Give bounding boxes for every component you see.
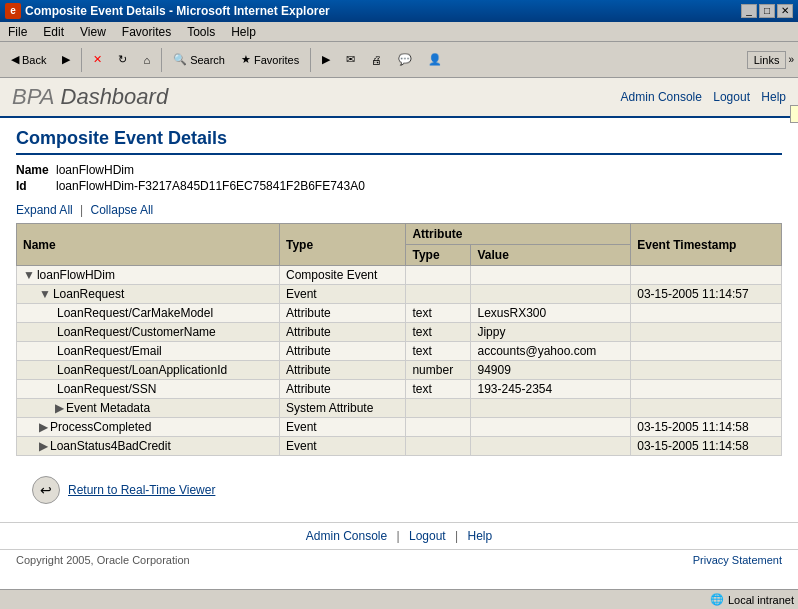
events-table: Name Type Attribute Event Timestamp Type…	[16, 223, 782, 456]
menu-view[interactable]: View	[76, 24, 110, 40]
admin-console-link[interactable]: Admin Console	[621, 90, 702, 104]
favorites-button[interactable]: ★ Favorites	[234, 46, 306, 74]
ie-icon: e	[5, 3, 21, 19]
refresh-button[interactable]: ↻	[111, 46, 134, 74]
cell-type: Attribute	[280, 380, 406, 399]
forward-icon: ▶	[62, 53, 70, 66]
return-link[interactable]: Return to Real-Time Viewer	[68, 483, 215, 497]
back-icon: ◀	[11, 53, 19, 66]
cell-type: Attribute	[280, 342, 406, 361]
cell-attr-value: LexusRX300	[471, 304, 631, 323]
media-button[interactable]: ▶	[315, 46, 337, 74]
table-row: ▶LoanStatus4BadCredit Event 03-15-2005 1…	[17, 437, 782, 456]
cell-timestamp	[631, 399, 782, 418]
expand-all-link[interactable]: Expand All	[16, 203, 73, 217]
footer-sep-2: |	[455, 529, 458, 543]
cell-attr-type	[406, 285, 471, 304]
stop-icon: ✕	[93, 53, 102, 66]
copyright-text: Copyright 2005, Oracle Corporation	[16, 554, 190, 566]
cell-name: LoanRequest/SSN	[17, 380, 280, 399]
menu-help[interactable]: Help	[227, 24, 260, 40]
table-row: LoanRequest/LoanApplicationId Attribute …	[17, 361, 782, 380]
col-attr-type: Type	[406, 245, 471, 266]
cell-attr-value	[471, 399, 631, 418]
cell-timestamp	[631, 323, 782, 342]
footer-admin-console[interactable]: Admin Console	[306, 529, 387, 543]
forward-button[interactable]: ▶	[55, 46, 77, 74]
cell-attr-type: text	[406, 380, 471, 399]
cell-name: LoanRequest/CarMakeModel	[17, 304, 280, 323]
menu-file[interactable]: File	[4, 24, 31, 40]
cell-name: ▶Event Metadata	[17, 399, 280, 418]
stop-button[interactable]: ✕	[86, 46, 109, 74]
cell-attr-value: 94909	[471, 361, 631, 380]
cell-timestamp	[631, 380, 782, 399]
bpa-logo: BPA Dashboard	[12, 84, 168, 110]
footer-bottom: Copyright 2005, Oracle Corporation Priva…	[0, 549, 798, 569]
page-title: Composite Event Details	[16, 128, 782, 155]
toolbar: ◀ Back ▶ ✕ ↻ ⌂ 🔍 Search ★ Favorites ▶ ✉ …	[0, 42, 798, 78]
print-icon: 🖨	[371, 54, 382, 66]
cell-timestamp	[631, 304, 782, 323]
toolbar-separator-2	[161, 48, 162, 72]
footer-return: ↩ Return to Real-Time Viewer	[16, 468, 782, 512]
footer-nav: Admin Console | Logout | Help	[0, 522, 798, 549]
footer-help[interactable]: Help	[468, 529, 493, 543]
print-button[interactable]: 🖨	[364, 46, 389, 74]
cell-timestamp: 03-15-2005 11:14:58	[631, 437, 782, 456]
menu-edit[interactable]: Edit	[39, 24, 68, 40]
footer-sep-1: |	[397, 529, 400, 543]
refresh-icon: ↻	[118, 53, 127, 66]
table-row: ▶ProcessCompleted Event 03-15-2005 11:14…	[17, 418, 782, 437]
minimize-button[interactable]: _	[741, 4, 757, 18]
expand-icon[interactable]: ▼	[23, 268, 35, 282]
cell-type: Event	[280, 285, 406, 304]
msn-button[interactable]: 👤	[421, 46, 449, 74]
toolbar-separator-1	[81, 48, 82, 72]
discuss-button[interactable]: 💬	[391, 46, 419, 74]
privacy-link[interactable]: Privacy Statement	[693, 554, 782, 566]
cell-timestamp	[631, 266, 782, 285]
cell-type: Event	[280, 437, 406, 456]
logout-link[interactable]: Logout	[713, 90, 750, 104]
expand-icon[interactable]: ▶	[55, 401, 64, 415]
discuss-icon: 💬	[398, 53, 412, 66]
home-icon: ⌂	[143, 54, 150, 66]
expand-icon[interactable]: ▶	[39, 439, 48, 453]
close-button[interactable]: ✕	[777, 4, 793, 18]
menu-favorites[interactable]: Favorites	[118, 24, 175, 40]
table-row: LoanRequest/CustomerName Attribute text …	[17, 323, 782, 342]
help-link[interactable]: Help	[761, 90, 786, 104]
back-button[interactable]: ◀ Back	[4, 46, 53, 74]
id-value: loanFlowHDim-F3217A845D11F6EC75841F2B6FE…	[56, 179, 365, 193]
home-button[interactable]: ⌂	[136, 46, 157, 74]
menu-tools[interactable]: Tools	[183, 24, 219, 40]
collapse-all-link[interactable]: Collapse All	[91, 203, 154, 217]
cell-attr-type: text	[406, 323, 471, 342]
header-links: Admin Console Logout Help	[613, 90, 786, 104]
cell-type: Attribute	[280, 323, 406, 342]
search-button[interactable]: 🔍 Search	[166, 46, 232, 74]
mail-button[interactable]: ✉ Mail	[339, 46, 362, 74]
cell-name: LoanRequest/LoanApplicationId	[17, 361, 280, 380]
cell-name: ▶LoanStatus4BadCredit	[17, 437, 280, 456]
expand-icon[interactable]: ▶	[39, 420, 48, 434]
table-row: ▼LoanRequest Event 03-15-2005 11:14:57	[17, 285, 782, 304]
table-row: LoanRequest/CarMakeModel Attribute text …	[17, 304, 782, 323]
col-name: Name	[17, 224, 280, 266]
cell-attr-type: number	[406, 361, 471, 380]
col-type: Type	[280, 224, 406, 266]
col-attribute-header: Attribute	[406, 224, 631, 245]
maximize-button[interactable]: □	[759, 4, 775, 18]
cell-attr-type	[406, 399, 471, 418]
window-controls[interactable]: _ □ ✕	[741, 4, 793, 18]
mail-tooltip: Mail	[790, 105, 798, 123]
table-row: ▶Event Metadata System Attribute	[17, 399, 782, 418]
links-button[interactable]: Links	[747, 51, 787, 69]
footer-logout[interactable]: Logout	[409, 529, 446, 543]
expand-icon[interactable]: ▼	[39, 287, 51, 301]
separator: |	[80, 203, 83, 217]
id-row: Id loanFlowHDim-F3217A845D11F6EC75841F2B…	[16, 179, 782, 193]
toolbar-right-arrow: »	[788, 54, 794, 65]
page-content: BPA Dashboard Admin Console Logout Help …	[0, 78, 798, 569]
